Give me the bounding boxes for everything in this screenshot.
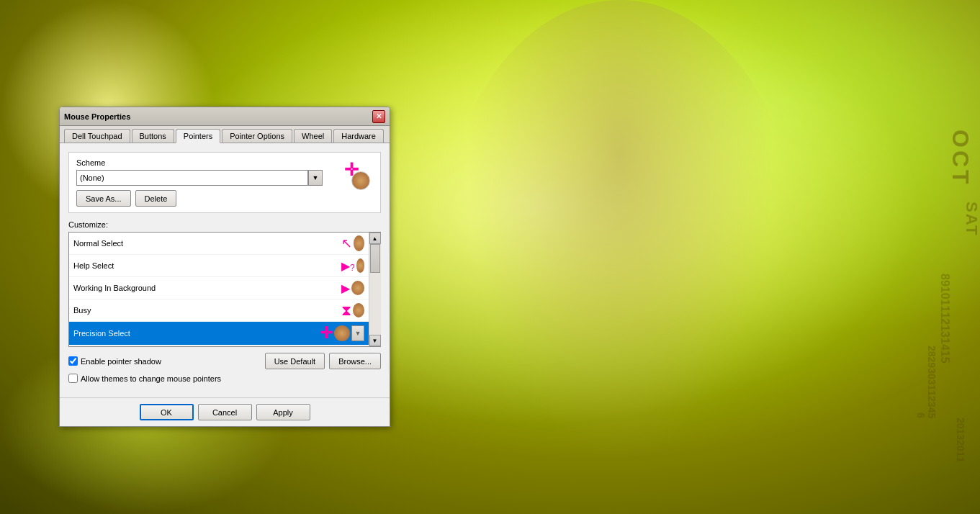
item-icon-precision-select: ✛ ▼ — [320, 324, 364, 343]
item-icon-help-select: ▶ ? — [341, 257, 364, 274]
mouse-properties-dialog: Mouse Properties ✕ Dell Touchpad Buttons… — [59, 107, 390, 427]
allow-themes-row: Allow themes to change mouse pointers — [68, 374, 381, 383]
item-name-busy: Busy — [73, 306, 336, 315]
scroll-down-button[interactable]: ▼ — [369, 335, 381, 346]
list-item-busy[interactable]: Busy ⧗ — [69, 299, 369, 322]
allow-themes-text: Allow themes to change mouse pointers — [81, 374, 221, 383]
enable-shadow-label[interactable]: Enable pointer shadow — [68, 356, 161, 366]
item-name-help-select: Help Select — [73, 261, 336, 270]
scheme-dropdown-button[interactable]: ▼ — [308, 170, 323, 186]
dialog-title: Mouse Properties — [64, 112, 130, 121]
list-item-working-background[interactable]: Working In Background ▶ — [69, 277, 369, 299]
delete-button[interactable]: Delete — [135, 190, 177, 207]
allow-themes-checkbox[interactable] — [68, 374, 78, 383]
scheme-section: Scheme ▼ Save As... Delete ✛ — [68, 152, 381, 213]
customize-label: Customize: — [68, 220, 381, 229]
dialog-titlebar: Mouse Properties ✕ — [60, 107, 390, 126]
cancel-button[interactable]: Cancel — [198, 404, 252, 420]
tabs-bar: Dell Touchpad Buttons Pointers Pointer O… — [60, 126, 390, 143]
scrollbar-thumb[interactable] — [370, 244, 380, 273]
tab-hardware[interactable]: Hardware — [333, 129, 384, 143]
scheme-preview: ✛ — [330, 158, 373, 179]
scheme-preview-cursor: ✛ — [344, 161, 359, 179]
scrollbar-track — [369, 244, 381, 335]
list-item-precision-select[interactable]: Precision Select ✛ ▼ — [69, 322, 369, 346]
options-row: Enable pointer shadow Use Default Browse… — [68, 353, 381, 369]
tab-pointers[interactable]: Pointers — [176, 129, 220, 143]
enable-shadow-checkbox[interactable] — [68, 356, 78, 366]
item-name-precision-select: Precision Select — [73, 329, 314, 338]
item-icon-busy: ⧗ — [341, 302, 364, 319]
scheme-left: Scheme ▼ Save As... Delete — [76, 158, 323, 207]
bg-figure — [440, 0, 800, 514]
item-icon-normal-select: ↖ — [341, 235, 364, 252]
use-default-button[interactable]: Use Default — [265, 353, 325, 369]
dialog-body: Scheme ▼ Save As... Delete ✛ — [60, 143, 390, 397]
dialog-footer: OK Cancel Apply — [60, 397, 390, 426]
scroll-up-button[interactable]: ▲ — [369, 233, 381, 244]
scheme-input[interactable] — [76, 170, 308, 186]
scheme-dropdown-row: ▼ — [76, 170, 323, 186]
enable-shadow-text: Enable pointer shadow — [81, 357, 161, 366]
item-icon-working-background: ▶ — [341, 279, 364, 297]
scheme-buttons: Save As... Delete — [76, 190, 323, 207]
option-buttons: Use Default Browse... — [265, 353, 381, 369]
customize-list: Normal Select ↖ Help Select ▶ ? — [69, 233, 369, 346]
tab-buttons[interactable]: Buttons — [132, 129, 174, 143]
list-item-normal-select[interactable]: Normal Select ↖ — [69, 233, 369, 255]
tab-dell-touchpad[interactable]: Dell Touchpad — [64, 129, 130, 143]
list-scrollbar: ▲ ▼ — [369, 233, 380, 346]
tab-pointer-options[interactable]: Pointer Options — [222, 129, 292, 143]
tab-wheel[interactable]: Wheel — [294, 129, 332, 143]
item-name-normal-select: Normal Select — [73, 239, 336, 248]
customize-list-container: Normal Select ↖ Help Select ▶ ? — [68, 232, 381, 347]
browse-button[interactable]: Browse... — [329, 353, 381, 369]
item-name-working-background: Working In Background — [73, 284, 336, 292]
ok-button[interactable]: OK — [140, 404, 194, 420]
close-button[interactable]: ✕ — [372, 110, 385, 123]
scheme-label: Scheme — [76, 158, 323, 167]
precision-dropdown-btn[interactable]: ▼ — [351, 325, 364, 341]
save-as-button[interactable]: Save As... — [76, 190, 131, 207]
list-item-help-select[interactable]: Help Select ▶ ? — [69, 255, 369, 277]
apply-button[interactable]: Apply — [256, 404, 310, 420]
allow-themes-label[interactable]: Allow themes to change mouse pointers — [68, 374, 221, 383]
